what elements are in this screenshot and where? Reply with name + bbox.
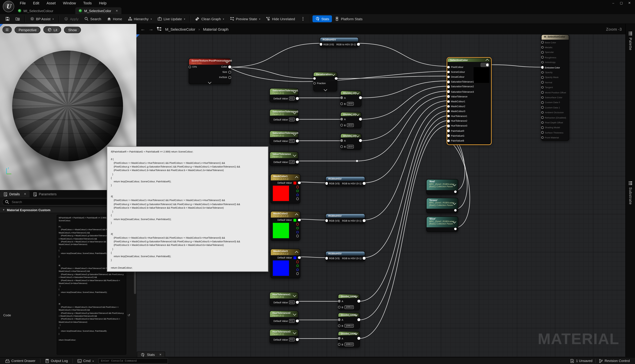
node-rgbtohsv[interactable]: RGBtoHSVRGB (V3)RGB to HSV (0-1): [326, 251, 365, 261]
tab-m-selectivecolor[interactable]: M_SelectiveColor✕: [75, 7, 121, 14]
input-pin-a[interactable]: [338, 300, 341, 302]
chevron-down-icon[interactable]: [208, 80, 211, 84]
output-pin[interactable]: [296, 301, 298, 304]
browse-button[interactable]: [13, 15, 23, 22]
green-pin[interactable]: [296, 227, 299, 230]
input-pin-shading-model[interactable]: [541, 126, 544, 129]
node-green[interactable]: 'Green'MPC_Zone0_RGBScalars (float1) Col…: [426, 198, 458, 213]
node-huetolerance1[interactable]: HueTolerance1Param (0.1)Default Value0.1: [269, 292, 298, 306]
console-command-field[interactable]: [100, 359, 166, 363]
node-maskcolor3[interactable]: MaskColor3Param (0,0,1,1)Default Value: [270, 249, 300, 278]
input-pin-b[interactable]: [340, 145, 343, 148]
output-pin-size[interactable]: [228, 71, 231, 74]
input-pin-pixel-depth-offset[interactable]: [541, 121, 544, 124]
output-pin[interactable]: [359, 118, 362, 120]
node-divide-1000[interactable]: Divide(,1000)AB1000.0: [338, 331, 360, 348]
content-drawer-button[interactable]: Content Drawer: [2, 358, 38, 364]
output-pin[interactable]: [296, 140, 298, 142]
node-divide-1000[interactable]: Divide(,1000)AB1000.0: [338, 294, 360, 310]
cmd-button[interactable]: Cmd▾: [74, 358, 97, 364]
input-pin-subsurface-color[interactable]: [541, 96, 544, 99]
revert-icon[interactable]: ↺: [128, 314, 130, 317]
default-value-field[interactable]: 0.1: [289, 338, 295, 342]
lit-pill[interactable]: Lit: [44, 26, 61, 33]
input-pin-saturationtolerance1[interactable]: [447, 80, 450, 83]
input-pin-specular[interactable]: [541, 51, 544, 54]
input-pin-pixelcolour[interactable]: [447, 66, 450, 68]
output-pin[interactable]: [296, 118, 298, 121]
breadcrumb-asset[interactable]: M_SelectiveColor: [165, 27, 195, 31]
output-pin[interactable]: [296, 97, 298, 100]
hide-unrelated-button[interactable]: Hide Unrelated: [263, 15, 298, 22]
input-pin-base-color[interactable]: [541, 41, 544, 44]
console-input[interactable]: [98, 358, 168, 363]
input-pin-paintvaluer[interactable]: [447, 130, 450, 132]
alpha-pin[interactable]: [296, 198, 299, 200]
b-value-field[interactable]: 10.0: [347, 102, 354, 106]
b-value-field[interactable]: 10.0: [347, 123, 354, 127]
node-scenetexture-postprocessinput0[interactable]: SceneTexture:PostProcessInput0Input Data…: [189, 58, 231, 84]
input-pin[interactable]: [325, 182, 328, 185]
node-saturationtolerance1[interactable]: SaturationTolerance1Param (0.1)Default V…: [269, 88, 298, 102]
revision-control-button[interactable]: Revision Control: [596, 358, 633, 363]
node-selectivecolor[interactable]: SelectiveColorPixelColourSceneColourDesa…: [447, 58, 491, 144]
output-log-button[interactable]: Output Log: [42, 358, 71, 364]
node-divide-1000[interactable]: Divide(,1000)AB1000.0: [338, 312, 360, 329]
input-pin-huetolerance3[interactable]: [447, 125, 450, 128]
green-pin[interactable]: [296, 264, 299, 267]
perspective-pill[interactable]: Perspective: [15, 26, 41, 33]
node-huetolerance2[interactable]: HueTolerance2Param (0.1)Default Value0.1: [269, 310, 298, 325]
node-rgbtohsv[interactable]: RGBtoHSVRGB (V3)RGB to HSV (0-1): [326, 214, 365, 224]
drawer-tab-palette[interactable]: Palette: [626, 31, 635, 50]
input-pin-world-position-offset[interactable]: [541, 91, 544, 94]
blue-pin[interactable]: [296, 231, 299, 234]
alpha-pin[interactable]: [296, 272, 299, 275]
maximize-icon[interactable]: ▢: [617, 0, 625, 6]
output-pin[interactable]: [357, 337, 360, 340]
input-pin-b[interactable]: [338, 324, 341, 327]
output-pin[interactable]: [298, 182, 300, 184]
output-pin[interactable]: [296, 160, 298, 163]
1-unsaved-button[interactable]: 1 Unsaved: [567, 358, 595, 363]
input-pin-metallic[interactable]: [541, 46, 544, 49]
input-pin-saturationtolerance2[interactable]: [447, 86, 450, 88]
input-pin-a[interactable]: [340, 139, 343, 142]
alpha-pin[interactable]: [296, 235, 299, 238]
hierarchy-button[interactable]: Hierarchy▾: [125, 15, 155, 22]
node-desaturation[interactable]: DesaturationFraction: [313, 72, 337, 91]
input-pin-a[interactable]: [338, 318, 341, 321]
output-pin[interactable]: [454, 190, 457, 193]
minimize-icon[interactable]: –: [609, 0, 617, 6]
red-pin[interactable]: [296, 260, 299, 263]
stats-button[interactable]: Stats: [312, 15, 332, 22]
input-pin-desatcolour[interactable]: [447, 76, 450, 78]
output-pin[interactable]: [359, 139, 362, 142]
input-pin-a[interactable]: [338, 337, 341, 340]
default-value-field[interactable]: 0.1: [289, 319, 295, 323]
input-pin-refraction-disabled[interactable]: [541, 116, 544, 119]
input-pin-normal[interactable]: [541, 81, 544, 84]
input-pin-paintvalueb[interactable]: [447, 139, 450, 142]
live-update-button[interactable]: Live Update▾: [155, 15, 188, 22]
search-button[interactable]: Search: [81, 15, 104, 22]
input-pin-a[interactable]: [340, 118, 343, 120]
input-pin-paintvalueg[interactable]: [447, 134, 450, 137]
input-pin-scenecolour[interactable]: [447, 71, 450, 74]
output-pin[interactable]: [296, 338, 298, 341]
node-saturationtolerance3[interactable]: SaturationTolerance3Param (0.1)Default V…: [269, 130, 298, 145]
default-value-field[interactable]: 0.1: [289, 118, 295, 122]
tab-parameters[interactable]: Parameters: [30, 191, 60, 197]
input-pin[interactable]: [325, 219, 328, 222]
default-value-field[interactable]: 0.1: [289, 300, 295, 304]
input-pin-b[interactable]: [338, 343, 341, 346]
b-value-field[interactable]: 1000.0: [345, 324, 354, 328]
back-arrow-icon[interactable]: ←: [141, 26, 145, 32]
burger-pill[interactable]: [2, 26, 12, 33]
input-pin-front-material[interactable]: [541, 136, 544, 139]
preview-state-button[interactable]: Preview State▾: [227, 15, 263, 22]
output-pin[interactable]: [363, 182, 365, 185]
node-divide-10[interactable]: Divide(,10)AB10.0: [340, 112, 362, 128]
input-pin-huetolerance2[interactable]: [447, 120, 450, 122]
input-pin-b[interactable]: [340, 124, 343, 126]
output-pin[interactable]: [363, 257, 365, 260]
